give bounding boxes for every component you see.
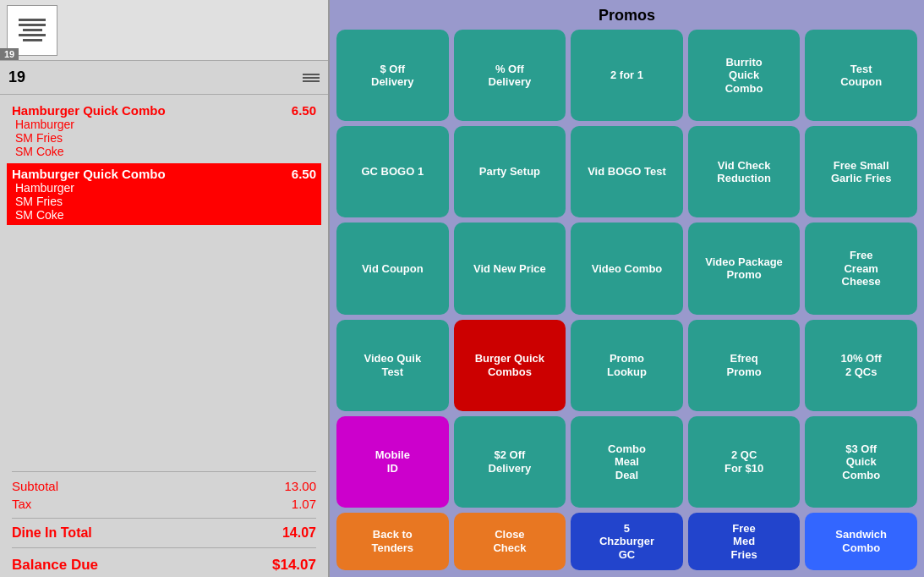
- divider-3: [12, 547, 316, 548]
- promo-btn-19[interactable]: Efreq Promo: [688, 320, 801, 411]
- promo-btn-13[interactable]: Video Combo: [571, 223, 683, 314]
- promo-btn-8[interactable]: Vid BOGO Test: [571, 126, 683, 217]
- promo-btn-11[interactable]: Vid Coupon: [336, 223, 449, 314]
- left-panel: 19 19 Hamburger Quick Combo 6.50 Hamburg…: [0, 0, 330, 577]
- subtotal-value: 13.00: [284, 479, 316, 493]
- promo-btn-10[interactable]: Free Small Garlic Fries: [805, 126, 917, 217]
- promo-btn-15[interactable]: Free Cream Cheese: [805, 223, 917, 314]
- order-item-main-2: Hamburger Quick Combo 6.50: [12, 167, 316, 181]
- balance-label: Balance Due: [12, 557, 98, 574]
- order-number: 19: [8, 69, 25, 86]
- icon-line: [19, 34, 46, 36]
- item-sub-fries-2: SM Fries: [12, 195, 316, 208]
- bottom-btn-5[interactable]: Sandwich Combo: [805, 513, 917, 570]
- promo-btn-16[interactable]: Video Quik Test: [336, 320, 449, 411]
- promo-btn-12[interactable]: Vid New Price: [454, 223, 566, 314]
- item-sub-coke-2: SM Coke: [12, 208, 316, 222]
- totals-section: Subtotal 13.00 Tax 1.07 Dine In Total 14…: [0, 464, 328, 577]
- item-price-1: 6.50: [292, 103, 316, 118]
- subtotal-row: Subtotal 13.00: [12, 479, 316, 493]
- subtotal-label: Subtotal: [12, 479, 58, 493]
- promo-btn-21[interactable]: Mobile ID: [336, 416, 449, 508]
- item-sub-coke-1: SM Coke: [12, 145, 316, 158]
- tax-label: Tax: [12, 497, 31, 511]
- dine-in-value: 14.07: [282, 525, 316, 541]
- order-item-group-1: Hamburger Quick Combo 6.50 Hamburger SM …: [12, 103, 316, 158]
- bottom-row: Back to TendersClose Check5 Chzburger GC…: [336, 513, 917, 570]
- promo-btn-5[interactable]: Test Coupon: [805, 30, 917, 121]
- icon-line: [23, 29, 42, 31]
- balance-row: Balance Due $14.07: [12, 557, 316, 574]
- tax-value: 1.07: [292, 497, 316, 511]
- promo-btn-6[interactable]: GC BOGO 1: [336, 126, 449, 217]
- promos-title: Promos: [336, 7, 917, 25]
- bottom-btn-3[interactable]: 5 Chzburger GC: [571, 513, 683, 570]
- item-sub-hamburger-1: Hamburger: [12, 118, 316, 131]
- promo-btn-4[interactable]: Burrito Quick Combo: [688, 30, 801, 121]
- promo-btn-17[interactable]: Burger Quick Combos: [454, 320, 566, 411]
- receipt-header: 19: [0, 0, 328, 61]
- promo-grid: $ Off Delivery% Off Delivery2 for 1Burri…: [336, 30, 917, 508]
- promo-btn-7[interactable]: Party Setup: [454, 126, 566, 217]
- tax-row: Tax 1.07: [12, 497, 316, 511]
- order-number-bar: 19: [0, 61, 328, 95]
- receipt-body: Hamburger Quick Combo 6.50 Hamburger SM …: [0, 95, 328, 464]
- promo-btn-25[interactable]: $3 Off Quick Combo: [805, 416, 917, 508]
- receipt-badge: 19: [0, 48, 19, 60]
- promo-btn-3[interactable]: 2 for 1: [571, 30, 683, 121]
- bottom-btn-2[interactable]: Close Check: [454, 513, 566, 570]
- promo-btn-24[interactable]: 2 QC For $10: [688, 416, 801, 508]
- promo-btn-20[interactable]: 10% Off 2 QCs: [805, 320, 917, 411]
- promo-btn-18[interactable]: Promo Lookup: [571, 320, 683, 411]
- icon-line: [19, 19, 46, 21]
- balance-value: $14.07: [272, 557, 316, 574]
- item-name-2: Hamburger Quick Combo: [12, 167, 166, 181]
- promo-btn-23[interactable]: Combo Meal Deal: [571, 416, 683, 508]
- item-price-2: 6.50: [292, 167, 316, 181]
- icon-line: [19, 24, 46, 26]
- promo-btn-22[interactable]: $2 Off Delivery: [454, 416, 566, 508]
- bottom-btn-1[interactable]: Back to Tenders: [336, 513, 449, 570]
- order-item-main-1: Hamburger Quick Combo 6.50: [12, 103, 316, 118]
- bottom-btn-4[interactable]: Free Med Fries: [688, 513, 801, 570]
- icon-line: [23, 39, 42, 41]
- item-sub-fries-1: SM Fries: [12, 131, 316, 145]
- right-panel: Promos $ Off Delivery% Off Delivery2 for…: [330, 0, 924, 577]
- promo-btn-9[interactable]: Vid Check Reduction: [688, 126, 801, 217]
- dine-in-row: Dine In Total 14.07: [12, 525, 316, 541]
- promo-btn-14[interactable]: Video Package Promo: [688, 223, 801, 314]
- dine-in-label: Dine In Total: [12, 525, 92, 541]
- order-menu-icon: [303, 74, 320, 82]
- promo-btn-2[interactable]: % Off Delivery: [454, 30, 566, 121]
- item-sub-hamburger-2: Hamburger: [12, 181, 316, 195]
- divider-2: [12, 518, 316, 519]
- promo-btn-1[interactable]: $ Off Delivery: [336, 30, 449, 121]
- divider: [12, 471, 316, 472]
- order-item-group-2[interactable]: Hamburger Quick Combo 6.50 Hamburger SM …: [7, 163, 321, 225]
- item-name-1: Hamburger Quick Combo: [12, 103, 166, 118]
